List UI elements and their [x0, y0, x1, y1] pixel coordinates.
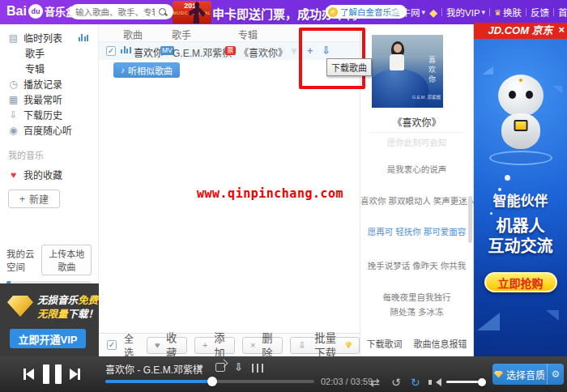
- nav-feedback[interactable]: 反馈: [531, 6, 549, 19]
- seek-bar-knob[interactable]: [207, 377, 217, 386]
- upload-local-songs-button[interactable]: 上传本地歌曲: [41, 245, 92, 275]
- artist-link[interactable]: G.E.M.邓紫棋: [173, 45, 232, 59]
- watermark-text: www.qinpinchang.com: [197, 186, 343, 201]
- pause-button[interactable]: [43, 364, 62, 384]
- jd-brand-text: JD.COM 京东: [488, 24, 552, 36]
- gem-icon[interactable]: ◆: [429, 6, 437, 19]
- nav-divider: [553, 8, 554, 16]
- nav-home[interactable]: 首页: [558, 6, 567, 19]
- sidebar-item-favorites[interactable]: ♥ 我的收藏: [0, 167, 98, 182]
- cover-figure-skirt: [372, 69, 428, 108]
- favorite-icon[interactable]: ♥: [291, 45, 297, 57]
- nav-my-vip[interactable]: 我的VIP ▾: [446, 6, 485, 19]
- chevron-down-icon: ▾: [482, 8, 486, 16]
- scrollbar-thumb[interactable]: [468, 196, 472, 243]
- new-playlist-button[interactable]: + 新建: [8, 190, 60, 208]
- sidebar-item-label: 播放记录: [23, 77, 62, 91]
- sidebar-item-download-history[interactable]: ⇩ 下载历史: [0, 107, 98, 122]
- select-all-checkbox[interactable]: ✓: [107, 340, 117, 350]
- volume-icon[interactable]: [432, 378, 441, 386]
- sidebar-item-temp-list[interactable]: ▤ 临时列表: [0, 30, 98, 45]
- shuffle-icon[interactable]: ⇄: [370, 376, 380, 389]
- download-tooltip: 下载歌曲: [326, 58, 372, 76]
- radio-icon: ◉: [8, 125, 19, 136]
- album-link[interactable]: 《喜欢你》: [239, 45, 288, 59]
- batch-download-button[interactable]: ⇩ 批量下载: [290, 337, 360, 354]
- add-button[interactable]: + 添加: [194, 337, 235, 354]
- playlist-icon: ▤: [8, 32, 19, 44]
- quality-label: 选择音质: [506, 368, 545, 381]
- robot-eye: [526, 91, 533, 99]
- festival-year: 2011: [173, 1, 211, 11]
- seek-bar-fill: [105, 380, 212, 383]
- report-song-info-link[interactable]: 歌曲信息报错: [414, 337, 467, 350]
- robot-eye: [509, 91, 516, 99]
- search-box[interactable]: [70, 4, 173, 19]
- crown-icon: ♛: [494, 8, 501, 17]
- search-icon[interactable]: [158, 7, 168, 17]
- quality-select-button[interactable]: 选择音质 ⚙: [492, 364, 564, 385]
- vip-promo-panel: 无损音乐免费 无限量下载！ 立即开通VIP: [0, 283, 99, 356]
- equalizer-icon[interactable]: [252, 364, 263, 373]
- seek-bar[interactable]: [105, 380, 314, 383]
- jd-ad-body[interactable]: 智能伙伴 机器人 互动交流 立即抢购: [474, 39, 567, 356]
- robot-body-graphic: [501, 113, 540, 149]
- column-header-song[interactable]: 歌曲: [123, 28, 143, 41]
- delete-button[interactable]: × 删除: [242, 337, 283, 354]
- decor-triangle: [546, 310, 559, 321]
- open-vip-button[interactable]: 立即开通VIP: [10, 329, 86, 348]
- repeat-one-icon[interactable]: ↺: [391, 376, 401, 389]
- download-lyrics-link[interactable]: 下载歌词: [367, 337, 403, 350]
- sidebar-item-label: 临时列表: [23, 31, 62, 45]
- now-playing-eq-icon: [79, 34, 89, 41]
- download-icon[interactable]: ⇩: [234, 361, 243, 373]
- sidebar-item-albums[interactable]: 专辑: [0, 61, 98, 76]
- sidebar-item-play-history[interactable]: ◷ 播放记录: [0, 76, 98, 92]
- song-row[interactable]: ✓ 喜欢你 MV G.E.M.邓紫棋 票 《喜欢你》 ♥ + ⇩: [99, 42, 360, 60]
- ad-headline-1: 智能伙伴: [474, 190, 567, 210]
- share-icon[interactable]: [215, 363, 225, 372]
- row-checkbox[interactable]: ✓: [106, 46, 116, 56]
- song-title-link[interactable]: 喜欢你: [134, 45, 163, 59]
- loop-icon[interactable]: ↻: [411, 376, 420, 389]
- download-icon: ⇩: [8, 109, 19, 121]
- search-input[interactable]: [75, 7, 155, 17]
- nav-tengniu-label: 腾牛网: [392, 6, 420, 19]
- ticket-badge[interactable]: 票: [225, 46, 236, 55]
- close-icon[interactable]: ×: [558, 23, 565, 38]
- nav-tengniu[interactable]: 腾牛网 ▾: [392, 6, 425, 19]
- lyric-line: 愿你此刻可会知: [360, 136, 473, 148]
- cover-figure-top: [390, 54, 404, 70]
- sidebar-item-artists[interactable]: 歌手: [0, 45, 98, 61]
- album-cover[interactable]: 喜欢你 G.E.M. 邓紫棋: [372, 35, 443, 108]
- gear-icon[interactable]: ⚙: [548, 369, 564, 380]
- buy-now-button[interactable]: 立即抢购: [484, 272, 557, 292]
- favorite-icon[interactable]: ♥: [197, 361, 203, 373]
- my-music-section-title: 我的音乐: [0, 148, 98, 161]
- column-header-artist[interactable]: 歌手: [172, 28, 191, 41]
- sidebar-item-baidu-radio[interactable]: ◉ 百度随心听: [0, 122, 98, 138]
- volume-knob[interactable]: [478, 378, 486, 386]
- download-icon[interactable]: ⇩: [322, 45, 330, 57]
- add-icon[interactable]: +: [307, 45, 313, 57]
- clock-icon: ◷: [8, 79, 19, 90]
- collect-button[interactable]: ♥ 收藏: [147, 337, 187, 354]
- download-icon: ⇩: [298, 340, 305, 351]
- column-header-album[interactable]: 专辑: [238, 28, 258, 41]
- listen-similar-button[interactable]: ♪ 听相似歌曲: [113, 62, 180, 78]
- sidebar-item-most-played[interactable]: ▦ 我最常听: [0, 92, 98, 107]
- previous-track-button[interactable]: [23, 369, 34, 380]
- vip-text-part: 无损音乐: [37, 295, 78, 306]
- chevron-down-icon: ▾: [422, 8, 426, 16]
- volume-slider[interactable]: [446, 381, 485, 383]
- lyric-line: 挽手说梦话 像昨天 你共我: [360, 259, 473, 271]
- baidu-music-logo[interactable]: Bai du 音乐盒: [6, 3, 76, 19]
- next-track-button[interactable]: [70, 369, 80, 380]
- select-all-label[interactable]: 全选: [124, 331, 139, 359]
- decor-dot: [505, 175, 510, 181]
- jd-ad-pane[interactable]: JD.COM 京东 × 智能伙伴 机器人 互动交流 立即抢购: [474, 23, 567, 356]
- nav-skin[interactable]: ♛ 换肤: [494, 6, 522, 19]
- decor-triangle: [552, 86, 562, 93]
- volume-fill: [446, 381, 482, 383]
- nav-divider: [526, 8, 526, 16]
